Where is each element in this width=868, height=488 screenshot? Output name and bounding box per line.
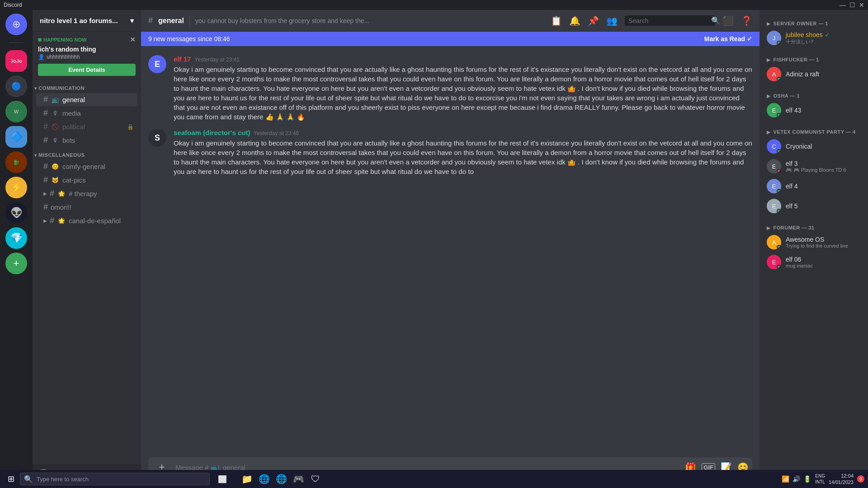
language-info: ENG INTL [815, 473, 825, 485]
server-header[interactable]: nitro level 1 ao forums... ▾ [33, 10, 141, 32]
channel-canal-espanol[interactable]: ▶ # 🌟 canal-de-español [36, 214, 137, 227]
taskbar-quick-icons: ⬜ [215, 472, 230, 486]
mark-as-read-button[interactable]: Mark as Read ✓ [704, 35, 752, 42]
member-elf43[interactable]: E elf 43 [763, 100, 864, 120]
start-button[interactable]: ⊞ [4, 472, 18, 486]
category-communication[interactable]: ▾ COMMUNICATION [33, 84, 141, 93]
hash-icon: # [43, 95, 48, 104]
message-author[interactable]: elf 17 [174, 55, 191, 63]
task-view-icon[interactable]: ⬜ [215, 472, 230, 486]
group-arrow-icon: ▶ [767, 130, 771, 135]
server-icon-lightning[interactable]: ⚡ [5, 177, 27, 198]
search-input[interactable] [628, 17, 708, 24]
channel-cat-pics[interactable]: # 🐱 cat-pics [36, 174, 137, 187]
avatar-letter: E [772, 183, 776, 190]
extra-app[interactable]: 🎮 [290, 471, 307, 487]
member-cryonical[interactable]: C Cryonical [763, 136, 864, 156]
server-icon-dragon[interactable]: 🐉 [5, 151, 27, 173]
hash-icon: # [43, 122, 48, 131]
chat-topic: you cannot buy lobsters from the grocery… [195, 17, 545, 24]
message-author[interactable]: seafoam (director's cut) [174, 129, 250, 136]
channel-therapy[interactable]: ▶ # 🌟 # therapy [36, 187, 137, 200]
channel-omori[interactable]: # omori!! [36, 201, 137, 214]
message-avatar[interactable]: E [148, 55, 166, 73]
check-icon: ✓ [747, 35, 752, 42]
hash-icon: # [43, 162, 48, 171]
chat-channel-name: general [158, 17, 184, 25]
maximize-button[interactable]: ☐ [849, 1, 855, 9]
online-status-dot [777, 149, 781, 154]
file-explorer-app[interactable]: 📁 [239, 471, 255, 487]
hash-icon: # [43, 175, 48, 185]
happening-now-row: HAPPENING NOW ✕ [38, 35, 136, 44]
system-clock[interactable]: 12:04 14/01/2023 [829, 473, 854, 485]
member-awesome-os[interactable]: A Awesome OS Trying to find the curved l… [763, 232, 864, 252]
close-button[interactable]: ✕ [859, 1, 864, 9]
server-chevron-icon: ▾ [130, 17, 134, 25]
channel-political[interactable]: # 🚫 political 🔒 [36, 120, 137, 133]
category-label-miscellaneous: MISCELLANEOUS [39, 152, 85, 158]
group-label: FISHFUCKER — 1 [774, 57, 819, 62]
member-group-vetex: ▶ VETEX COMMUNIST PARTY — 4 [763, 126, 864, 136]
member-elf4[interactable]: E elf 4 [763, 176, 864, 196]
online-status-dot [777, 209, 781, 213]
chrome-app[interactable]: 🌐 [256, 471, 272, 487]
server-icon-jojo[interactable]: JoJo [5, 50, 27, 72]
category-miscellaneous[interactable]: ▾ MISCELLANEOUS [33, 150, 141, 160]
header-divider [189, 15, 190, 26]
battery-icon[interactable]: 🔋 [802, 474, 811, 483]
channel-comfy-icon: 😊 [51, 162, 60, 171]
message-row: S seafoam (director's cut) Yesterday at … [141, 127, 760, 178]
channel-political-name: political [62, 123, 124, 131]
expand-arrow-icon[interactable]: ▶ [43, 218, 47, 223]
minimize-button[interactable]: — [840, 1, 846, 9]
channel-therapy-icon: 🌟 [57, 189, 66, 198]
server-icon-crystal[interactable]: 💎 [5, 227, 27, 249]
server-icon-world[interactable]: W [5, 101, 27, 122]
channel-comfy-name: comfy-general [62, 163, 134, 170]
search-bar[interactable]: 🔍 [625, 15, 715, 26]
expand-arrow-icon[interactable]: ▶ [43, 191, 47, 196]
event-close-button[interactable]: ✕ [130, 35, 136, 44]
member-info: elf 43 [786, 107, 861, 114]
member-avatar: E [767, 199, 781, 213]
vpn-app[interactable]: 🛡 [307, 471, 324, 487]
window-controls[interactable]: — ☐ ✕ [840, 1, 864, 9]
avatar-letter: J [773, 35, 776, 42]
help-icon[interactable]: ❓ [741, 15, 752, 26]
server-icon-ru[interactable]: 🔵 [5, 75, 27, 97]
member-adiniz[interactable]: A Adiniz a raft [763, 64, 864, 84]
pin-icon[interactable]: 📌 [588, 15, 599, 26]
channel-therapy-name: # therapy [69, 190, 134, 197]
avatar-letter: E [772, 107, 776, 114]
message-avatar[interactable]: S [148, 129, 166, 147]
member-elf5[interactable]: E elf 5 [763, 196, 864, 216]
thread-icon[interactable]: 📋 [551, 15, 562, 26]
event-host: 👤 uhhhhhhhhhh [38, 54, 136, 60]
discord-home-button[interactable]: ⊕ [5, 14, 27, 35]
volume-icon[interactable]: 🔊 [792, 474, 801, 483]
server-icon-active[interactable]: 🔷 [5, 126, 27, 148]
member-jubilee-shoes[interactable]: J jubilee shoes ✓ 十分涼しい? [763, 28, 864, 48]
member-elf3[interactable]: E elf 3 🎮 🎮 Playing Bloons TD 6 [763, 156, 864, 176]
network-icon[interactable]: 📶 [781, 474, 790, 483]
members-icon[interactable]: 👥 [606, 15, 618, 26]
taskbar-search-input[interactable] [37, 476, 206, 483]
channel-comfy-general[interactable]: # 😊 comfy-general [36, 160, 137, 173]
playing-icon: 🎮 [786, 167, 792, 173]
happening-dot [38, 38, 42, 42]
member-elf06[interactable]: E elf 06 mug maniac [763, 252, 864, 272]
avatar-letter: C [772, 143, 776, 150]
channel-media[interactable]: # 🎙 media [36, 107, 137, 120]
notification-badge[interactable]: 9 [857, 475, 864, 483]
channel-bots[interactable]: # 🎙 bots [36, 134, 137, 147]
taskbar-search-bar[interactable]: 🔍 [20, 473, 210, 485]
chrome-2-app[interactable]: 🌐 [273, 471, 289, 487]
member-name: jubilee shoes ✓ [786, 31, 861, 38]
server-icon-add[interactable]: + [5, 253, 27, 274]
channel-general[interactable]: # 📺 general [36, 93, 137, 106]
server-icon-alien[interactable]: 👽 [5, 202, 27, 224]
notification-bell-icon[interactable]: 🔔 [569, 15, 580, 26]
inbox-icon[interactable]: ⬛ [722, 15, 734, 26]
event-details-button[interactable]: Event Details [38, 64, 136, 76]
